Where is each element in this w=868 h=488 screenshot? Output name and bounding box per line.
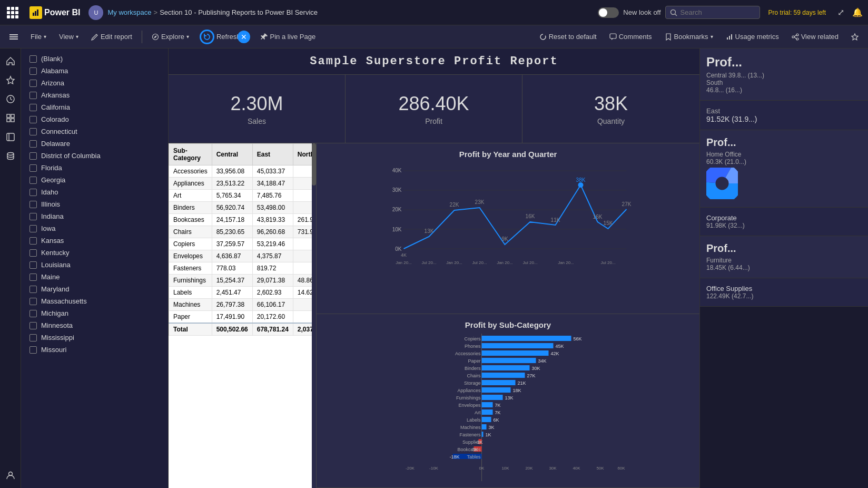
state-checkbox[interactable] [29, 225, 37, 232]
app-grid-button[interactable] [4, 4, 21, 21]
favorite-button[interactable] [846, 30, 864, 44]
state-checkbox[interactable] [29, 310, 37, 317]
svg-text:Bookcases: Bookcases [457, 447, 481, 452]
expand-icon[interactable]: ⤢ [834, 6, 847, 19]
state-checkbox[interactable] [29, 237, 37, 245]
state-checkbox[interactable] [29, 346, 37, 354]
workspace-link[interactable]: My workspace [107, 8, 151, 16]
search-input[interactable] [680, 8, 744, 16]
comments-button[interactable]: Comments [604, 30, 657, 44]
explore-button[interactable]: Explore ▾ [146, 30, 194, 44]
table-row[interactable]: Fasteners778.03819.72503.32 [169, 262, 317, 275]
state-item[interactable]: California [25, 101, 164, 113]
bookmarks-button[interactable]: Bookmarks ▾ [659, 30, 718, 44]
state-item[interactable]: Louisiana [25, 259, 164, 271]
state-checkbox[interactable] [29, 128, 37, 135]
edit-report-button[interactable]: Edit report [86, 30, 137, 44]
table-row[interactable]: Appliances23,513.2234,188.4719,525.3368.… [169, 178, 317, 190]
file-menu[interactable]: File ▾ [25, 30, 52, 44]
right-title-1: Prof... [706, 55, 862, 70]
state-item[interactable]: Georgia [25, 174, 164, 186]
state-checkbox[interactable] [29, 189, 37, 196]
state-checkbox[interactable] [29, 92, 37, 99]
notification-icon[interactable]: 🔔 [851, 6, 864, 19]
user-avatar[interactable]: U [88, 5, 103, 20]
state-checkbox[interactable] [29, 116, 37, 123]
table-header-row: Sub-CategoryCentralEastNorthEASTSouthSou… [169, 144, 317, 165]
table-row[interactable]: Copiers37,259.5753,219.469,299.76 [169, 238, 317, 250]
state-checkbox[interactable] [29, 177, 37, 184]
state-item[interactable]: Florida [25, 162, 164, 174]
apps-button[interactable] [2, 110, 19, 126]
state-item[interactable]: Delaware [25, 138, 164, 150]
cancel-refresh-button[interactable]: ✕ [238, 31, 250, 43]
svg-rect-84 [482, 395, 503, 400]
state-item[interactable]: Colorado [25, 113, 164, 125]
search-box[interactable] [665, 6, 760, 19]
state-item[interactable]: District of Columbia [25, 150, 164, 162]
state-item[interactable]: Iowa [25, 222, 164, 235]
state-checkbox[interactable] [29, 274, 37, 281]
state-checkbox[interactable] [29, 67, 37, 75]
state-checkbox[interactable] [29, 55, 37, 63]
state-checkbox[interactable] [29, 334, 37, 341]
refresh-button[interactable]: Refresh ✕ [196, 30, 253, 44]
favorites-button[interactable] [2, 72, 19, 89]
state-checkbox[interactable] [29, 104, 37, 111]
state-checkbox[interactable] [29, 80, 37, 87]
table-row[interactable]: Accessories33,956.0845,033.3727,276.75 [169, 165, 317, 178]
state-item[interactable]: Maine [25, 271, 164, 283]
table-row[interactable]: Art5,765.347,485.764,655.628.56 [169, 190, 317, 202]
pin-live-button[interactable]: Pin a live Page [255, 30, 321, 44]
state-checkbox[interactable] [29, 298, 37, 305]
svg-text:Jul 20...: Jul 20... [600, 260, 615, 265]
datasets-button[interactable] [2, 148, 19, 164]
view-menu[interactable]: View ▾ [54, 30, 84, 44]
profile-button[interactable] [2, 467, 19, 484]
state-checkbox[interactable] [29, 322, 37, 329]
table-row[interactable]: Machines26,797.3866,106.1753,890.96 [169, 299, 317, 311]
state-item[interactable]: Alabama [25, 65, 164, 77]
state-item[interactable]: Idaho [25, 186, 164, 198]
table-row[interactable]: Bookcases24,157.1843,819.33261.9610,637.… [169, 214, 317, 226]
workspaces-button[interactable] [2, 129, 19, 145]
home-button[interactable] [2, 53, 19, 70]
state-checkbox[interactable] [29, 152, 37, 160]
view-related-button[interactable]: View related [786, 30, 844, 44]
table-row[interactable]: Paper17,491.9020,172.6014,135.4315.55 [169, 311, 317, 324]
state-checkbox[interactable] [29, 261, 37, 269]
state-checkbox[interactable] [29, 213, 37, 220]
table-row[interactable]: Envelopes4,636.874,375.873,345.56 [169, 250, 317, 262]
state-item[interactable]: Missouri [25, 344, 164, 356]
state-label: (Blank) [41, 55, 63, 63]
table-scrollbar[interactable] [312, 143, 316, 488]
data-table-container[interactable]: Sub-CategoryCentralEastNorthEASTSouthSou… [169, 143, 316, 488]
table-row[interactable]: Chairs85,230.6596,260.68731.9444,444.511 [169, 226, 317, 238]
state-item[interactable]: Illinois [25, 198, 164, 210]
table-row[interactable]: Furnishings15,254.3729,071.3848.8617,306… [169, 275, 317, 287]
state-checkbox[interactable] [29, 164, 37, 172]
state-item[interactable]: Indiana [25, 210, 164, 222]
state-item[interactable]: Minnesota [25, 319, 164, 331]
recent-button[interactable] [2, 91, 19, 108]
state-item[interactable]: Kentucky [25, 247, 164, 259]
state-checkbox[interactable] [29, 249, 37, 257]
state-item[interactable]: Connecticut [25, 125, 164, 138]
state-item[interactable]: Massachusetts [25, 295, 164, 307]
state-item[interactable]: (Blank) [25, 53, 164, 65]
table-row[interactable]: Binders56,920.7453,498.0037,030.34410.52 [169, 202, 317, 214]
state-item[interactable]: Arkansas [25, 89, 164, 101]
state-item[interactable]: Michigan [25, 307, 164, 319]
usage-metrics-button[interactable]: Usage metrics [721, 30, 784, 44]
state-item[interactable]: Kansas [25, 235, 164, 247]
state-checkbox[interactable] [29, 140, 37, 148]
state-checkbox[interactable] [29, 286, 37, 293]
state-item[interactable]: Mississippi [25, 331, 164, 344]
state-checkbox[interactable] [29, 201, 37, 208]
new-look-toggle[interactable] [598, 7, 619, 18]
state-item[interactable]: Arizona [25, 77, 164, 89]
state-item[interactable]: Maryland [25, 283, 164, 295]
table-row[interactable]: Labels2,451.472,602.9314.622,353.18 [169, 287, 317, 299]
hamburger-menu[interactable] [4, 30, 23, 44]
reset-button[interactable]: Reset to default [534, 30, 602, 44]
